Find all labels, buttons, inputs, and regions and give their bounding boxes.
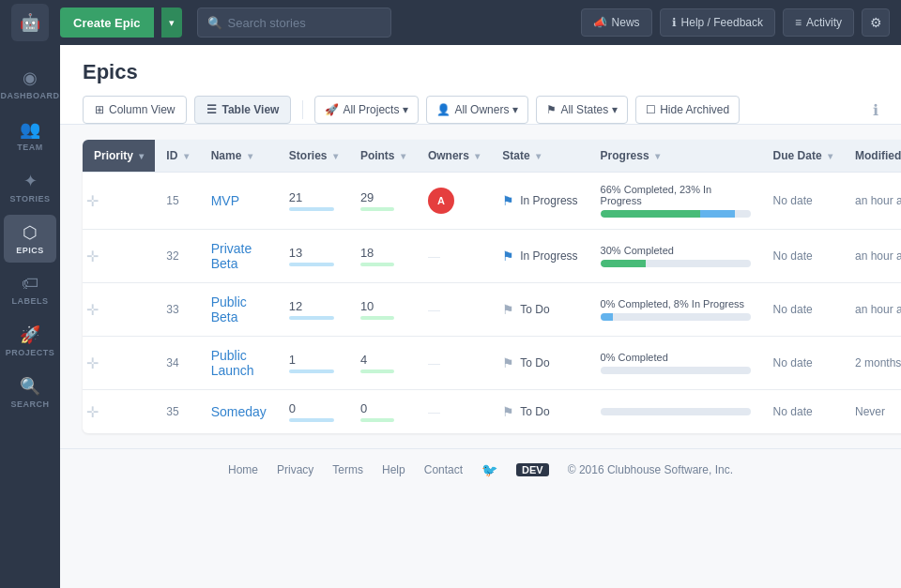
epic-id: 32: [155, 230, 199, 283]
epic-modified: an hour ago: [844, 283, 901, 337]
sidebar-item-search[interactable]: 🔍 Search: [4, 369, 56, 416]
epic-name-link[interactable]: Public Launch: [211, 348, 254, 378]
activity-label: Activity: [806, 16, 842, 29]
search-input[interactable]: [228, 16, 382, 30]
col-header-owners[interactable]: Owners ▾: [417, 140, 491, 173]
no-owner: —: [428, 356, 440, 370]
column-view-button[interactable]: ⊞ Column View: [83, 96, 187, 124]
col-header-stories[interactable]: Stories ▾: [278, 140, 349, 173]
sidebar-label-projects: Projects: [6, 348, 55, 357]
create-epic-dropdown-button[interactable]: ▾: [161, 8, 182, 38]
drag-handle[interactable]: ✛: [83, 390, 155, 434]
sidebar-label-team: Team: [17, 143, 43, 152]
epic-points: 4: [349, 337, 417, 390]
stories-bar: [289, 369, 334, 373]
epic-points: 29: [349, 173, 417, 230]
sidebar-item-labels[interactable]: 🏷 Labels: [4, 266, 56, 313]
gear-icon: ⚙: [870, 15, 882, 30]
sidebar-item-projects[interactable]: 🚀 Projects: [4, 317, 56, 365]
search-icon-sidebar: 🔍: [20, 376, 40, 397]
all-states-filter[interactable]: ⚑ All States ▾: [536, 96, 628, 124]
drag-handle[interactable]: ✛: [83, 230, 155, 283]
drag-handle[interactable]: ✛: [83, 283, 155, 337]
col-header-due-date[interactable]: Due Date ▾: [762, 140, 844, 173]
epic-name-link[interactable]: MVP: [211, 193, 239, 208]
states-filter-label: All States: [560, 103, 608, 116]
drag-handle[interactable]: ✛: [83, 337, 155, 390]
epic-due-date: No date: [762, 173, 844, 230]
epic-state: ⚑ In Progress: [491, 173, 588, 230]
dashboard-icon: ◉: [23, 68, 38, 88]
epic-progress: 66% Completed, 23% In Progress: [589, 173, 762, 230]
col-header-id[interactable]: ID ▾: [155, 140, 199, 173]
activity-icon: ≡: [795, 16, 802, 29]
epic-points: 0: [349, 390, 417, 434]
epic-due-date: No date: [762, 230, 844, 283]
settings-button[interactable]: ⚙: [862, 8, 890, 37]
column-view-icon: ⊞: [95, 103, 104, 116]
create-epic-button[interactable]: Create Epic: [60, 8, 154, 38]
view-controls: ⊞ Column View ☰ Table View 🚀 All Project…: [83, 96, 878, 124]
news-button[interactable]: 📣 News: [581, 8, 652, 37]
help-feedback-button[interactable]: ℹ Help / Feedback: [660, 8, 775, 37]
sidebar-item-team[interactable]: 👥 Team: [4, 112, 56, 159]
sidebar-item-epics[interactable]: ⬡ Epics: [4, 215, 56, 263]
stories-bar: [289, 263, 334, 266]
epic-stories: 12: [278, 283, 349, 337]
sidebar-item-stories[interactable]: ✦ Stories: [4, 163, 56, 211]
points-count: 0: [360, 401, 367, 415]
col-header-priority[interactable]: Priority ▾: [83, 140, 155, 173]
help-label: Help / Feedback: [681, 16, 763, 29]
col-header-progress[interactable]: Progress ▾: [589, 140, 762, 173]
stories-count: 13: [289, 246, 302, 260]
col-header-points[interactable]: Points ▾: [349, 140, 417, 173]
state-label: To Do: [520, 356, 549, 369]
col-header-state[interactable]: State ▾: [491, 140, 588, 173]
no-owner: —: [428, 249, 440, 264]
col-header-name[interactable]: Name ▾: [200, 140, 278, 173]
search-icon: 🔍: [207, 16, 222, 30]
footer-terms-link[interactable]: Terms: [332, 463, 363, 476]
epic-state: ⚑ In Progress: [491, 230, 588, 283]
footer-copyright: © 2016 Clubhouse Software, Inc.: [568, 463, 733, 476]
points-bar: [360, 207, 394, 211]
footer-contact-link[interactable]: Contact: [424, 463, 463, 476]
footer-privacy-link[interactable]: Privacy: [277, 463, 313, 476]
epic-name-link[interactable]: Private Beta: [211, 241, 252, 271]
epic-modified: Never: [844, 390, 901, 434]
footer-home-link[interactable]: Home: [228, 463, 258, 476]
all-projects-filter[interactable]: 🚀 All Projects ▾: [314, 96, 419, 124]
all-owners-filter[interactable]: 👤 All Owners ▾: [426, 96, 528, 124]
owners-filter-arrow: ▾: [512, 103, 518, 116]
epic-modified: an hour ago: [844, 173, 901, 230]
hide-archived-filter[interactable]: ☐ Hide Archived: [635, 96, 740, 124]
epic-name-link[interactable]: Someday: [211, 404, 267, 419]
state-flag-icon: ⚑: [502, 404, 514, 419]
table-container: Priority ▾ ID ▾ Name ▾ Stories ▾ Points …: [60, 125, 901, 448]
labels-icon: 🏷: [22, 274, 38, 294]
search-bar: 🔍: [197, 8, 392, 38]
help-icon: ℹ: [672, 16, 677, 29]
logo[interactable]: 🤖: [11, 4, 49, 41]
table-view-button[interactable]: ☰ Table View: [194, 96, 291, 124]
progress-bar-bg: [601, 210, 751, 218]
points-bar: [360, 316, 394, 320]
info-icon[interactable]: ℹ: [873, 101, 878, 119]
table-row: ✛ 32 Private Beta 13 18 — ⚑ In Progress …: [83, 230, 901, 283]
epic-name-link[interactable]: Public Beta: [211, 294, 247, 324]
sidebar-item-dashboard[interactable]: ◉ Dashboard: [4, 60, 56, 108]
footer-help-link[interactable]: Help: [382, 463, 405, 476]
activity-button[interactable]: ≡ Activity: [783, 8, 854, 37]
stories-count: 1: [289, 353, 296, 367]
news-icon: 📣: [593, 16, 607, 29]
epic-owners: —: [417, 230, 491, 283]
table-header-row: Priority ▾ ID ▾ Name ▾ Stories ▾ Points …: [83, 140, 901, 173]
epic-modified: an hour ago: [844, 230, 901, 283]
col-header-modified[interactable]: Modified ▾: [844, 140, 901, 173]
drag-handle[interactable]: ✛: [83, 173, 155, 230]
epic-modified: 2 months ago: [844, 337, 901, 390]
progress-inprogress-bar: [700, 210, 735, 218]
twitter-icon[interactable]: 🐦: [481, 462, 497, 477]
epic-stories: 21: [278, 173, 349, 230]
points-count: 18: [360, 246, 374, 260]
